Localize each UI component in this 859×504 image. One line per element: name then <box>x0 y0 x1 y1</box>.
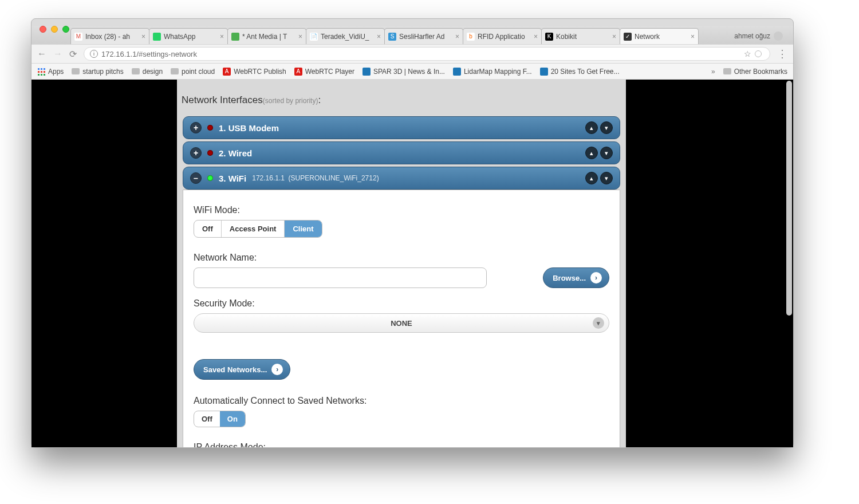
profile-name: ahmet oğuz <box>734 32 770 40</box>
bookmark-link[interactable]: LidarMap Mapping F... <box>453 68 532 76</box>
browse-networks-button[interactable]: Browse... › <box>543 267 609 288</box>
favicon-icon <box>153 33 161 41</box>
close-window-icon[interactable] <box>40 26 46 33</box>
close-tab-icon[interactable]: × <box>296 33 302 41</box>
interface-label: 1. USB Modem <box>219 123 279 133</box>
url-input[interactable]: i 172.16.1.1/#settings-network ☆ <box>84 47 770 61</box>
favicon-icon: M <box>74 33 82 41</box>
svg-rect-2 <box>44 68 45 70</box>
move-down-icon[interactable]: ▾ <box>600 172 613 184</box>
browser-window: MInbox (28) - ah×WhatsApp×* Ant Media | … <box>31 18 794 448</box>
tab-title: Inbox (28) - ah <box>85 33 139 41</box>
forward-icon[interactable]: → <box>53 49 62 59</box>
bookmark-star-icon[interactable]: ☆ <box>744 49 751 58</box>
close-tab-icon[interactable]: × <box>610 33 616 41</box>
site-info-icon[interactable]: i <box>90 50 98 58</box>
interface-header[interactable]: – 3. WiFi 172.16.1.1 (SUPERONLINE_WiFi_2… <box>183 167 620 190</box>
browser-tab[interactable]: WhatsApp× <box>149 28 228 44</box>
page-viewport: Network Interfaces(sorted by priority): … <box>31 80 793 447</box>
scrollbar[interactable] <box>786 81 792 316</box>
collapse-icon[interactable]: – <box>190 172 202 184</box>
close-tab-icon[interactable]: × <box>688 33 695 41</box>
close-tab-icon[interactable]: × <box>453 33 459 41</box>
apps-shortcut[interactable]: Apps <box>37 68 64 76</box>
browser-tab[interactable]: bRFID Applicatio× <box>463 28 542 44</box>
bookmark-link[interactable]: AWebRTC Publish <box>223 68 286 76</box>
minimize-window-icon[interactable] <box>51 26 58 33</box>
browser-tab[interactable]: 📄Teradek_VidiU_× <box>306 28 385 44</box>
svg-rect-3 <box>38 71 40 73</box>
svg-rect-0 <box>38 68 40 70</box>
site-icon: A <box>294 68 302 76</box>
interface-header[interactable]: + 2. Wired ▴ ▾ <box>183 141 620 164</box>
browser-tab[interactable]: * Ant Media | T× <box>227 28 306 44</box>
avatar-icon <box>774 32 783 41</box>
reload-icon[interactable]: ⟳ <box>69 49 77 60</box>
close-tab-icon[interactable]: × <box>218 33 224 41</box>
interface-header[interactable]: + 1. USB Modem ▴ ▾ <box>183 116 620 139</box>
tab-title: RFID Applicatio <box>478 33 531 41</box>
profile-chip[interactable]: ahmet oğuz <box>734 28 783 44</box>
folder-icon <box>171 68 179 74</box>
security-mode-select[interactable]: NONE ▾ <box>194 313 609 333</box>
move-up-icon[interactable]: ▴ <box>585 147 598 159</box>
status-led-icon <box>207 125 213 131</box>
saved-networks-button[interactable]: Saved Networks... › <box>194 359 290 380</box>
bookmark-link[interactable]: 20 Sites To Get Free... <box>540 68 620 76</box>
other-bookmarks[interactable]: Other Bookmarks <box>723 68 787 76</box>
folder-icon <box>723 68 731 74</box>
move-down-icon[interactable]: ▾ <box>600 147 613 159</box>
move-up-icon[interactable]: ▴ <box>585 121 598 134</box>
settings-page: Network Interfaces(sorted by priority): … <box>177 80 626 447</box>
url-text: 172.16.1.1/#settings-network <box>101 50 744 58</box>
back-icon[interactable]: ← <box>37 49 46 59</box>
kebab-menu-icon[interactable]: ⋮ <box>777 48 787 60</box>
move-down-icon[interactable]: ▾ <box>600 121 613 134</box>
ip-mode-label: IP Address Mode: <box>194 442 609 447</box>
overflow-chevron-icon[interactable]: » <box>711 68 715 76</box>
address-bar: ← → ⟳ i 172.16.1.1/#settings-network ☆ ⋮ <box>31 44 793 64</box>
segment-option[interactable]: On <box>220 411 245 427</box>
svg-rect-1 <box>41 68 42 70</box>
close-tab-icon[interactable]: × <box>531 33 538 41</box>
bookmark-link[interactable]: SPAR 3D | News & In... <box>362 68 445 76</box>
close-tab-icon[interactable]: × <box>139 33 145 41</box>
svg-rect-4 <box>41 71 42 73</box>
site-icon <box>362 68 371 76</box>
interfaces-accordion: + 1. USB Modem ▴ ▾ + 2. Wired ▴ ▾ – 3. W… <box>177 116 626 447</box>
browser-tab[interactable]: SSesliHarfler Ad× <box>384 28 463 44</box>
wifi-panel: WiFi Mode: OffAccess PointClient Network… <box>183 190 620 447</box>
bookmark-folder[interactable]: design <box>132 68 163 76</box>
close-tab-icon[interactable]: × <box>375 33 381 41</box>
fullscreen-window-icon[interactable] <box>62 26 69 33</box>
expand-icon[interactable]: + <box>190 147 202 159</box>
bookmark-folder[interactable]: point cloud <box>171 68 215 76</box>
status-led-icon <box>207 175 213 181</box>
browser-tab[interactable]: MInbox (28) - ah× <box>70 28 149 44</box>
network-name-input[interactable] <box>194 267 487 288</box>
move-up-icon[interactable]: ▴ <box>585 172 598 184</box>
expand-icon[interactable]: + <box>190 122 202 133</box>
interface-label: 2. Wired <box>219 148 252 158</box>
bookmark-link[interactable]: AWebRTC Player <box>294 68 354 76</box>
site-indicator-icon <box>755 50 762 57</box>
window-controls <box>40 26 69 33</box>
chevron-right-icon: › <box>590 272 602 284</box>
bookmarks-bar: Apps startup pitchs design point cloud A… <box>31 64 793 80</box>
bookmark-folder[interactable]: startup pitchs <box>72 68 123 76</box>
browser-tab[interactable]: KKobikit× <box>541 28 620 44</box>
site-icon <box>540 68 548 76</box>
segment-option[interactable]: Off <box>194 411 220 427</box>
segment-option[interactable]: Client <box>285 220 321 237</box>
tab-title: Network <box>635 33 688 41</box>
tab-title: Kobikit <box>556 33 610 41</box>
site-icon <box>453 68 461 76</box>
apps-icon <box>37 68 45 76</box>
security-mode-label: Security Mode: <box>194 298 609 309</box>
network-name-label: Network Name: <box>194 253 609 263</box>
segment-option[interactable]: Access Point <box>222 220 285 237</box>
browser-tab[interactable]: ✓Network× <box>620 28 699 44</box>
interface-label: 3. WiFi <box>219 174 246 183</box>
segment-option[interactable]: Off <box>194 220 222 237</box>
page-heading: Network Interfaces(sorted by priority): <box>177 94 626 106</box>
